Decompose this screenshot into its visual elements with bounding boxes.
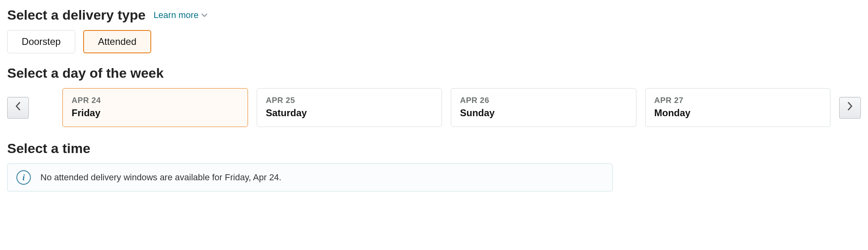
day-card-monday[interactable]: APR 27 Monday <box>645 88 831 127</box>
day-selector: APR 24 Friday APR 25 Saturday APR 26 Sun… <box>7 88 861 127</box>
info-message-text: No attended delivery windows are availab… <box>40 172 281 183</box>
day-card-sunday[interactable]: APR 26 Sunday <box>451 88 636 127</box>
info-icon: i <box>16 170 31 185</box>
next-day-button[interactable] <box>839 97 861 119</box>
heading-day-select-text: Select a day of the week <box>7 65 164 81</box>
day-card-date: APR 24 <box>72 96 239 105</box>
day-card-saturday[interactable]: APR 25 Saturday <box>257 88 442 127</box>
delivery-type-options: Doorstep Attended <box>7 30 861 53</box>
spacer <box>38 88 54 127</box>
day-card-name: Saturday <box>266 107 433 119</box>
day-cards-row: APR 24 Friday APR 25 Saturday APR 26 Sun… <box>62 88 830 127</box>
learn-more-label: Learn more <box>154 10 199 20</box>
day-card-name: Friday <box>72 107 239 119</box>
heading-delivery-type: Select a delivery type Learn more <box>7 7 861 23</box>
chevron-down-icon <box>202 13 207 17</box>
day-card-friday[interactable]: APR 24 Friday <box>62 88 248 127</box>
heading-day-select: Select a day of the week <box>7 65 861 81</box>
day-card-name: Monday <box>654 107 822 119</box>
day-card-date: APR 25 <box>266 96 433 105</box>
delivery-type-doorstep[interactable]: Doorstep <box>7 30 75 53</box>
delivery-type-label: Doorstep <box>22 36 60 47</box>
prev-day-button[interactable] <box>7 97 29 119</box>
heading-time-select: Select a time <box>7 141 861 156</box>
chevron-left-icon <box>15 101 21 114</box>
learn-more-link[interactable]: Learn more <box>154 10 208 20</box>
info-message-box: i No attended delivery windows are avail… <box>7 163 613 192</box>
delivery-type-attended[interactable]: Attended <box>83 30 151 53</box>
heading-delivery-type-text: Select a delivery type <box>7 7 146 23</box>
heading-time-select-text: Select a time <box>7 141 90 156</box>
day-card-name: Sunday <box>460 107 627 119</box>
day-card-date: APR 27 <box>654 96 822 105</box>
day-card-date: APR 26 <box>460 96 627 105</box>
delivery-type-label: Attended <box>98 36 136 47</box>
chevron-right-icon <box>847 101 853 114</box>
